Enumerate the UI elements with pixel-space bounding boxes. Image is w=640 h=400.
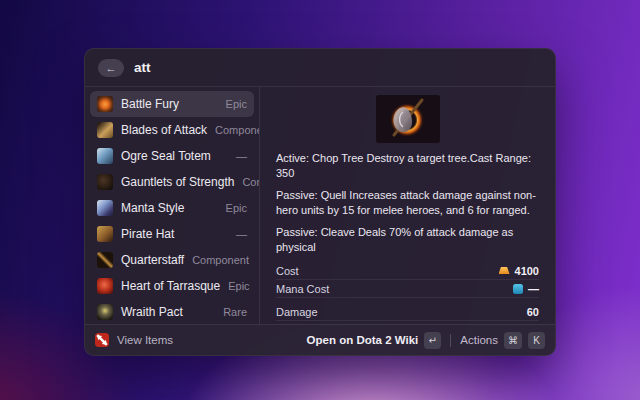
- stat-value: —: [528, 283, 539, 295]
- list-item[interactable]: Blades of Attack Component: [90, 117, 254, 143]
- heart-of-tarrasque-icon: [97, 278, 113, 294]
- item-description: Active: Chop Tree Destroy a target tree.…: [276, 151, 539, 255]
- item-rarity-tag: Epic: [226, 98, 247, 110]
- stat-value-wrap: 60: [527, 306, 539, 318]
- window-body: Battle Fury Epic Blades of Attack Compon…: [85, 87, 555, 324]
- item-name: Heart of Tarrasque: [121, 279, 220, 293]
- item-rarity-tag: —: [236, 228, 247, 240]
- footer-separator: [450, 334, 451, 347]
- action-bar: View Items Open on Dota 2 Wiki ↵ Actions…: [85, 324, 555, 355]
- description-passive-quell: Passive: Quell Increases attack damage a…: [276, 188, 539, 218]
- description-passive-cleave: Passive: Cleave Deals 70% of attack dama…: [276, 225, 539, 255]
- item-rarity-tag: Component: [215, 124, 259, 136]
- list-item[interactable]: Battle Fury Epic: [90, 91, 254, 117]
- stat-row: Cost 4100: [276, 262, 539, 280]
- item-list[interactable]: Battle Fury Epic Blades of Attack Compon…: [85, 87, 259, 324]
- stat-value: 60: [527, 306, 539, 318]
- item-name: Pirate Hat: [121, 227, 174, 241]
- cmd-key-icon: ⌘: [504, 332, 522, 349]
- k-key-icon: K: [528, 332, 545, 349]
- extension-label: View Items: [117, 334, 173, 346]
- actions-menu-button[interactable]: Actions ⌘ K: [460, 332, 545, 349]
- item-name: Gauntlets of Strength: [121, 175, 234, 189]
- list-item[interactable]: Quarterstaff Component: [90, 247, 254, 273]
- primary-action-label: Open on Dota 2 Wiki: [307, 334, 419, 346]
- list-item[interactable]: Pirate Hat —: [90, 221, 254, 247]
- stat-value-wrap: —: [513, 283, 539, 295]
- battle-fury-icon: [97, 96, 113, 112]
- item-rarity-tag: Component: [192, 254, 249, 266]
- list-item[interactable]: Ogre Seal Totem —: [90, 143, 254, 169]
- item-name: Wraith Pact: [121, 305, 183, 319]
- stat-label: Cost: [276, 265, 299, 277]
- item-name: Quarterstaff: [121, 253, 184, 267]
- search-input[interactable]: [134, 60, 434, 75]
- stat-value: 4100: [515, 265, 539, 277]
- manta-style-icon: [97, 200, 113, 216]
- search-header: ←: [85, 49, 555, 86]
- item-rarity-tag: —: [236, 150, 247, 162]
- description-active: Active: Chop Tree Destroy a target tree.…: [276, 151, 539, 181]
- item-rarity-tag: Epic: [226, 202, 247, 214]
- item-name: Manta Style: [121, 201, 184, 215]
- mana-icon: [513, 284, 523, 294]
- quarterstaff-icon: [97, 252, 113, 268]
- launcher-window: ← Battle Fury Epic Blades of Attack Comp…: [84, 48, 556, 356]
- actions-label: Actions: [460, 334, 498, 346]
- dota2-logo-icon: [95, 333, 109, 347]
- stats-cost-group: Cost 4100 Mana Cost —: [276, 262, 539, 298]
- list-item[interactable]: Gauntlets of Strength Component: [90, 169, 254, 195]
- item-name: Battle Fury: [121, 97, 179, 111]
- stat-row: Damage 60: [276, 303, 539, 321]
- list-item[interactable]: Wraith Pact Rare: [90, 299, 254, 324]
- detail-pane: Active: Chop Tree Destroy a target tree.…: [260, 87, 555, 324]
- stat-value-wrap: 4100: [499, 265, 539, 277]
- item-rarity-tag: Component: [242, 176, 259, 188]
- back-arrow-icon: ←: [106, 59, 117, 77]
- item-rarity-tag: Epic: [228, 280, 249, 292]
- pirate-hat-icon: [97, 226, 113, 242]
- battle-fury-image: [376, 95, 440, 143]
- enter-key-icon: ↵: [424, 332, 441, 349]
- wraith-pact-icon: [97, 304, 113, 320]
- item-name: Blades of Attack: [121, 123, 207, 137]
- back-button[interactable]: ←: [98, 59, 124, 77]
- stat-label: Damage: [276, 306, 318, 318]
- stat-label: Mana Cost: [276, 283, 329, 295]
- list-item[interactable]: Manta Style Epic: [90, 195, 254, 221]
- stats-attributes-group: Damage 60 Health Regeneration 7.5: [276, 303, 539, 324]
- stat-row: Mana Cost —: [276, 280, 539, 298]
- primary-action-button[interactable]: Open on Dota 2 Wiki ↵: [307, 332, 442, 349]
- gauntlets-of-strength-icon: [97, 174, 113, 190]
- item-rarity-tag: Rare: [223, 306, 247, 318]
- item-name: Ogre Seal Totem: [121, 149, 211, 163]
- blades-of-attack-icon: [97, 122, 113, 138]
- ogre-seal-totem-icon: [97, 148, 113, 164]
- list-item[interactable]: Heart of Tarrasque Epic: [90, 273, 254, 299]
- gold-icon: [499, 267, 510, 274]
